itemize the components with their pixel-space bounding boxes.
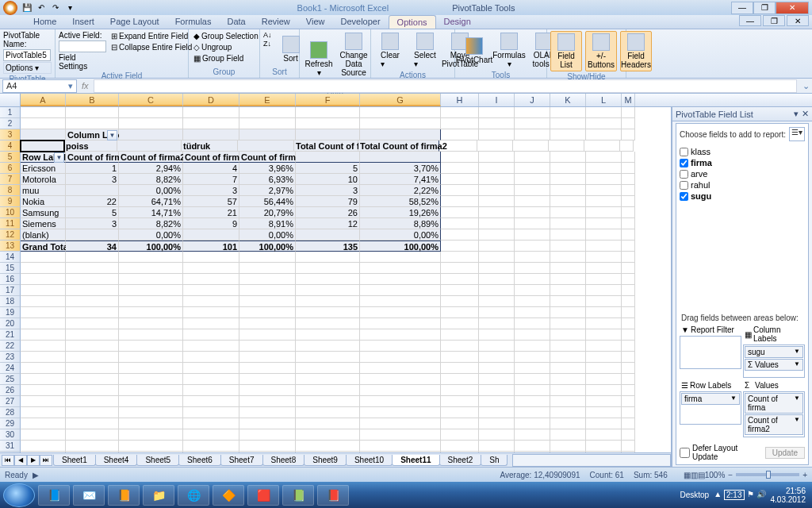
cell[interactable]	[21, 296, 66, 307]
cell[interactable]	[441, 441, 479, 452]
cell[interactable]	[550, 429, 586, 441]
cell[interactable]	[21, 318, 66, 329]
cell[interactable]	[296, 407, 360, 418]
row-header[interactable]: 22	[0, 341, 21, 352]
cell[interactable]	[119, 341, 183, 352]
cell[interactable]	[296, 307, 360, 318]
cell[interactable]	[586, 118, 622, 129]
cell[interactable]	[622, 241, 635, 252]
cell[interactable]: 0,00%	[119, 229, 183, 241]
cell[interactable]	[119, 452, 183, 452]
cell[interactable]	[296, 374, 360, 385]
cell[interactable]	[296, 341, 360, 352]
update-button[interactable]: Update	[765, 447, 805, 459]
cell[interactable]: 0,00%	[119, 185, 183, 196]
cell[interactable]	[550, 452, 586, 452]
cell[interactable]	[515, 329, 550, 341]
cell[interactable]	[119, 274, 183, 285]
sheet-tab[interactable]: Sheet6	[178, 455, 221, 466]
cell[interactable]	[360, 396, 441, 407]
row-header[interactable]: 2	[0, 118, 21, 129]
cell[interactable]	[296, 252, 360, 263]
cell[interactable]	[515, 341, 550, 352]
cell[interactable]	[515, 107, 550, 118]
cell[interactable]	[183, 418, 239, 429]
cell[interactable]	[66, 452, 119, 452]
cell[interactable]	[586, 318, 622, 329]
cell[interactable]	[479, 263, 515, 274]
cell[interactable]	[550, 352, 586, 363]
row-header[interactable]: 24	[0, 363, 21, 374]
view-normal-icon[interactable]: ▦	[684, 471, 691, 479]
cell[interactable]	[586, 441, 622, 452]
cell[interactable]: 19,26%	[360, 207, 441, 218]
cell[interactable]	[360, 296, 441, 307]
cell[interactable]	[441, 285, 479, 296]
zoom-level[interactable]: 100%	[705, 471, 726, 479]
tab-view[interactable]: View	[298, 15, 333, 29]
cell[interactable]	[515, 407, 550, 418]
cell[interactable]	[515, 274, 550, 285]
row-header[interactable]: 25	[0, 374, 21, 385]
cell[interactable]: 0,00%	[360, 229, 441, 241]
cell[interactable]	[21, 429, 66, 441]
cell[interactable]	[66, 374, 119, 385]
cell[interactable]	[515, 352, 550, 363]
cell[interactable]: 100,00%	[119, 241, 183, 252]
cell[interactable]	[479, 363, 515, 374]
row-header[interactable]: 13	[0, 241, 21, 252]
cell[interactable]	[441, 385, 479, 396]
cell[interactable]	[119, 252, 183, 263]
cell[interactable]	[21, 107, 66, 118]
cell[interactable]	[515, 263, 550, 274]
cell[interactable]	[119, 129, 183, 140]
cell[interactable]	[20, 140, 65, 152]
cell[interactable]	[296, 229, 360, 241]
field-label[interactable]: klass	[691, 147, 710, 156]
sheet-first-button[interactable]: ⏮	[2, 455, 14, 466]
cell[interactable]	[119, 363, 183, 374]
cell[interactable]	[479, 307, 515, 318]
cell[interactable]: Motorola	[21, 174, 66, 185]
clear-button[interactable]: Clear ▾	[374, 31, 406, 70]
cell[interactable]	[117, 140, 182, 152]
cell[interactable]	[622, 429, 635, 441]
cell[interactable]	[441, 241, 479, 252]
cell[interactable]	[586, 396, 622, 407]
row-header[interactable]: 30	[0, 429, 21, 441]
cell[interactable]	[550, 107, 586, 118]
pivotchart-button[interactable]: PivotChart	[458, 31, 490, 70]
spreadsheet-grid[interactable]: 123Column Labels▼4poisstüdrukTotal Count…	[0, 107, 671, 452]
cell[interactable]	[441, 429, 479, 441]
macro-record-icon[interactable]: ▶	[33, 471, 39, 479]
cell[interactable]	[296, 118, 360, 129]
row-header[interactable]: 8	[0, 185, 21, 196]
cell[interactable]	[622, 407, 635, 418]
column-header[interactable]: H	[441, 94, 479, 106]
cell[interactable]	[586, 274, 622, 285]
sheet-tab[interactable]: Sheet9	[304, 455, 347, 466]
cell[interactable]	[21, 341, 66, 352]
report-filter-area[interactable]	[680, 336, 741, 369]
cell[interactable]	[360, 118, 441, 129]
cell[interactable]: 26	[296, 207, 360, 218]
cell[interactable]	[513, 140, 549, 152]
cell[interactable]	[622, 263, 635, 274]
name-box[interactable]: A4▾	[2, 79, 77, 93]
cell[interactable]	[441, 229, 479, 241]
cell[interactable]	[439, 140, 477, 152]
cell[interactable]	[296, 452, 360, 452]
cell[interactable]	[296, 429, 360, 441]
cell[interactable]	[479, 318, 515, 329]
cell[interactable]	[360, 429, 441, 441]
cell[interactable]	[239, 418, 296, 429]
column-header[interactable]: I	[479, 94, 515, 106]
view-break-icon[interactable]: ▤	[698, 471, 705, 479]
cell[interactable]: 2,97%	[239, 185, 296, 196]
row-header[interactable]: 28	[0, 407, 21, 418]
cell[interactable]	[21, 385, 66, 396]
cell[interactable]: 8,91%	[239, 218, 296, 229]
cell[interactable]: 8,82%	[119, 174, 183, 185]
row-header[interactable]: 14	[0, 252, 21, 263]
cell[interactable]: 10	[296, 174, 360, 185]
